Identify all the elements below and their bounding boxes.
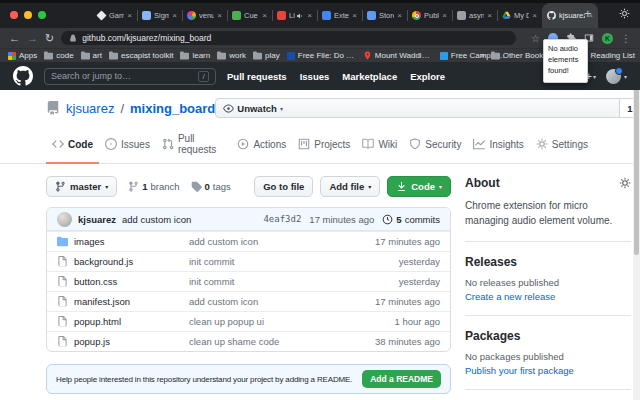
bookmark-folder-code[interactable]: code [44, 51, 73, 60]
bookmark-folder-learn[interactable]: learn [180, 51, 210, 60]
file-name[interactable]: manifest.json [74, 296, 130, 307]
browser-tab-gamemaker[interactable]: GameM × [92, 3, 137, 28]
forward-arrow-icon[interactable]: → [27, 33, 38, 44]
tab-pull-requests[interactable]: Pull requests [156, 127, 232, 164]
publish-package-link[interactable]: Publish your first package [465, 365, 631, 376]
url-text[interactable]: github.com/kjsuarez/mixing_board [82, 33, 211, 43]
github-search-input[interactable]: Search or jump to… / [44, 68, 216, 85]
commit-author[interactable]: kjsuarez [78, 214, 116, 225]
file-name[interactable]: images [74, 236, 105, 247]
tab-close-icon[interactable]: × [307, 11, 312, 20]
unwatch-button[interactable]: Unwatch ▾ [215, 98, 620, 118]
tab-wiki[interactable]: Wiki [356, 127, 403, 164]
file-name[interactable]: popup.html [74, 316, 121, 327]
file-commit-message[interactable]: init commit [189, 276, 346, 287]
table-row[interactable]: manifest.json add custom icon 17 minutes… [47, 291, 450, 311]
browser-tab-cue[interactable]: Cue Nat × [227, 3, 272, 28]
file-name[interactable]: popup.js [74, 336, 110, 347]
tab-close-icon[interactable]: × [397, 11, 402, 20]
window-zoom-button[interactable] [38, 11, 46, 19]
browser-settings-gear-icon[interactable] [619, 8, 630, 19]
bookmark-folder-art[interactable]: art [81, 51, 102, 60]
code-download-button[interactable]: Code ▾ [387, 176, 451, 197]
tab-actions[interactable]: Actions [231, 127, 292, 164]
tab-close-icon[interactable]: × [352, 11, 357, 20]
browser-tab-sigma[interactable]: Sigma S × [137, 3, 182, 28]
bookmark-mount-waddington[interactable]: Mount Waddingto… [363, 51, 433, 60]
bookmark-free-file[interactable]: Free File: Do Your… [287, 51, 356, 60]
browser-tab-async[interactable]: async fu × [452, 3, 497, 28]
nav-explore[interactable]: Explore [410, 71, 445, 82]
browser-tab-list[interactable]: List × [272, 3, 317, 28]
tab-close-icon[interactable]: × [442, 11, 447, 20]
nav-issues[interactable]: Issues [300, 71, 330, 82]
profile-avatar[interactable]: K [602, 33, 613, 44]
bookmarks-overflow-chevron[interactable]: » [480, 51, 484, 60]
file-commit-message[interactable]: clean up popup ui [189, 316, 346, 327]
file-name[interactable]: background.js [74, 256, 133, 267]
go-to-file-button[interactable]: Go to file [254, 176, 313, 197]
branches-count[interactable]: 1 branch [128, 181, 179, 192]
bookmark-folder-escapist-toolkit[interactable]: escapist toolkit [109, 51, 173, 60]
tab-projects[interactable]: Projects [292, 127, 356, 164]
github-logo-icon[interactable] [13, 66, 33, 86]
repo-owner-link[interactable]: kjsuarez [66, 101, 114, 116]
bookmark-star-icon[interactable]: ☆ [531, 33, 540, 44]
commit-hash[interactable]: 4eaf3d2 [263, 214, 301, 224]
file-commit-message[interactable]: add custom icon [189, 236, 346, 247]
tab-close-icon[interactable]: × [262, 11, 267, 20]
table-row[interactable]: background.js init commit yesterday [47, 251, 450, 271]
nav-marketplace[interactable]: Marketplace [342, 71, 397, 82]
window-close-button[interactable] [10, 11, 18, 19]
file-name[interactable]: button.css [74, 276, 117, 287]
file-commit-message[interactable]: add custom icon [189, 296, 346, 307]
scrollbar-thumb[interactable] [634, 65, 639, 255]
file-commit-message[interactable]: init commit [189, 256, 346, 267]
bookmark-apps[interactable]: Apps [8, 51, 37, 60]
table-row[interactable]: popup.js clean up shame code 38 minutes … [47, 331, 450, 351]
browser-tab-venus[interactable]: venus w × [182, 3, 227, 28]
browser-tab-publish[interactable]: Publish × [407, 3, 452, 28]
releases-heading[interactable]: Releases [465, 255, 631, 269]
user-menu[interactable]: ▾ [606, 69, 627, 84]
add-file-button[interactable]: Add file▾ [320, 176, 380, 197]
bookmark-folder-play[interactable]: play [253, 51, 280, 60]
tab-issues[interactable]: Issues [99, 127, 156, 164]
tags-count[interactable]: 0 tags [191, 181, 231, 192]
tab-insights[interactable]: Insights [467, 127, 529, 164]
nav-pull-requests[interactable]: Pull requests [227, 71, 287, 82]
bookmark-folder-work[interactable]: work [217, 51, 246, 60]
tab-close-icon[interactable]: × [127, 11, 132, 20]
tab-audio-speaker-icon[interactable] [296, 12, 304, 20]
tab-code[interactable]: Code [46, 127, 99, 164]
create-release-link[interactable]: Create a new release [465, 291, 631, 302]
table-row[interactable]: button.css init commit yesterday [47, 271, 450, 291]
tab-security[interactable]: Security [403, 127, 467, 164]
page-scrollbar[interactable] [633, 62, 640, 400]
packages-heading[interactable]: Packages [465, 329, 631, 343]
repo-name-link[interactable]: mixing_board [130, 101, 215, 116]
address-bar[interactable]: github.com/kjsuarez/mixing_board [61, 31, 516, 45]
browser-tab-drive[interactable]: My Driv × [497, 3, 542, 28]
about-settings-gear-icon[interactable] [619, 177, 631, 189]
reload-icon[interactable]: ↻ [45, 33, 54, 44]
file-commit-message[interactable]: clean up shame code [189, 336, 346, 347]
table-row[interactable]: popup.html clean up popup ui 1 hour ago [47, 311, 450, 331]
browser-tab-extensions[interactable]: Extensi × [317, 3, 362, 28]
browser-menu-icon[interactable]: ⋮ [621, 33, 631, 44]
browser-tab-store[interactable]: Store Li × [362, 3, 407, 28]
add-readme-button[interactable]: Add a README [362, 370, 441, 388]
commit-message[interactable]: add custom icon [122, 214, 191, 225]
commit-author-avatar[interactable] [57, 212, 72, 227]
new-tab-button[interactable]: + [584, 6, 592, 21]
tab-close-icon[interactable]: × [217, 11, 222, 20]
tab-settings[interactable]: Settings [530, 127, 594, 164]
window-minimize-button[interactable] [24, 11, 32, 19]
commit-history-link[interactable]: 5 commits [382, 214, 440, 225]
tab-close-icon[interactable]: × [172, 11, 177, 20]
branch-selector-button[interactable]: master ▾ [46, 176, 117, 197]
back-arrow-icon[interactable]: ← [9, 33, 20, 44]
tab-close-icon[interactable]: × [532, 11, 537, 20]
table-row[interactable]: images add custom icon 17 minutes ago [47, 231, 450, 251]
tab-close-icon[interactable]: × [487, 11, 492, 20]
